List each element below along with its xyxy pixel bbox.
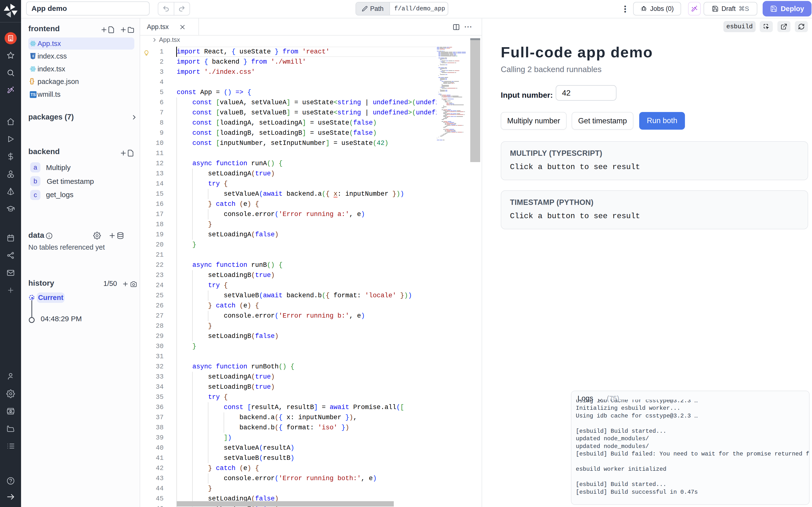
- svg-text:3: 3: [32, 54, 34, 58]
